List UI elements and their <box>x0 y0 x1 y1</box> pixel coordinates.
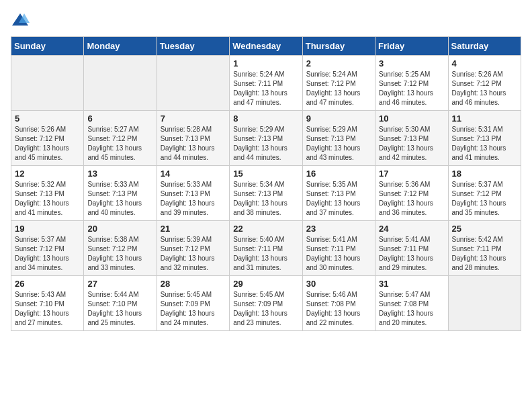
calendar-cell: 8Sunrise: 5:29 AM Sunset: 7:13 PM Daylig… <box>230 111 302 166</box>
day-number: 6 <box>87 113 152 124</box>
day-info: Sunrise: 5:36 AM Sunset: 7:12 PM Dayligh… <box>379 180 444 218</box>
calendar-cell <box>11 56 84 111</box>
calendar-week-3: 12Sunrise: 5:32 AM Sunset: 7:13 PM Dayli… <box>11 166 521 221</box>
day-number: 11 <box>452 113 517 124</box>
weekday-header-monday: Monday <box>84 37 157 56</box>
calendar-cell: 1Sunrise: 5:24 AM Sunset: 7:11 PM Daylig… <box>230 56 302 111</box>
day-number: 12 <box>15 169 80 179</box>
day-info: Sunrise: 5:26 AM Sunset: 7:12 PM Dayligh… <box>15 125 80 163</box>
day-info: Sunrise: 5:26 AM Sunset: 7:12 PM Dayligh… <box>452 70 517 107</box>
day-info: Sunrise: 5:29 AM Sunset: 7:13 PM Dayligh… <box>233 125 298 163</box>
day-number: 1 <box>233 58 298 68</box>
day-info: Sunrise: 5:46 AM Sunset: 7:08 PM Dayligh… <box>306 290 371 328</box>
day-info: Sunrise: 5:38 AM Sunset: 7:12 PM Dayligh… <box>87 235 152 273</box>
calendar-cell: 14Sunrise: 5:33 AM Sunset: 7:13 PM Dayli… <box>157 166 229 221</box>
logo-icon <box>11 11 30 30</box>
calendar-cell: 7Sunrise: 5:28 AM Sunset: 7:13 PM Daylig… <box>157 111 229 166</box>
calendar-cell: 10Sunrise: 5:30 AM Sunset: 7:13 PM Dayli… <box>375 111 448 166</box>
day-info: Sunrise: 5:43 AM Sunset: 7:10 PM Dayligh… <box>15 290 80 328</box>
day-number: 20 <box>87 224 152 234</box>
weekday-header-tuesday: Tuesday <box>157 37 229 56</box>
day-info: Sunrise: 5:30 AM Sunset: 7:13 PM Dayligh… <box>379 125 444 163</box>
day-number: 2 <box>306 58 371 68</box>
calendar-cell: 28Sunrise: 5:45 AM Sunset: 7:09 PM Dayli… <box>157 276 229 331</box>
day-number: 21 <box>161 224 226 234</box>
calendar-cell: 31Sunrise: 5:47 AM Sunset: 7:08 PM Dayli… <box>375 276 448 331</box>
calendar-cell: 26Sunrise: 5:43 AM Sunset: 7:10 PM Dayli… <box>11 276 84 331</box>
day-info: Sunrise: 5:47 AM Sunset: 7:08 PM Dayligh… <box>379 290 444 328</box>
day-number: 13 <box>87 169 152 179</box>
calendar-cell: 22Sunrise: 5:40 AM Sunset: 7:11 PM Dayli… <box>230 221 302 276</box>
calendar-cell <box>448 276 521 331</box>
calendar-cell: 3Sunrise: 5:25 AM Sunset: 7:12 PM Daylig… <box>375 56 448 111</box>
calendar-cell: 2Sunrise: 5:24 AM Sunset: 7:12 PM Daylig… <box>302 56 375 111</box>
calendar-cell: 13Sunrise: 5:33 AM Sunset: 7:13 PM Dayli… <box>84 166 157 221</box>
day-info: Sunrise: 5:35 AM Sunset: 7:13 PM Dayligh… <box>306 180 371 218</box>
day-number: 15 <box>233 169 298 179</box>
day-number: 25 <box>452 224 517 234</box>
day-number: 26 <box>15 279 80 289</box>
day-number: 5 <box>15 113 80 124</box>
calendar-cell: 24Sunrise: 5:41 AM Sunset: 7:11 PM Dayli… <box>375 221 448 276</box>
day-info: Sunrise: 5:32 AM Sunset: 7:13 PM Dayligh… <box>15 180 80 218</box>
day-number: 29 <box>233 279 298 289</box>
day-info: Sunrise: 5:45 AM Sunset: 7:09 PM Dayligh… <box>161 290 226 328</box>
calendar-cell: 20Sunrise: 5:38 AM Sunset: 7:12 PM Dayli… <box>84 221 157 276</box>
day-number: 22 <box>233 224 298 234</box>
day-info: Sunrise: 5:39 AM Sunset: 7:12 PM Dayligh… <box>161 235 226 273</box>
calendar-cell: 29Sunrise: 5:45 AM Sunset: 7:09 PM Dayli… <box>230 276 302 331</box>
day-number: 18 <box>452 169 517 179</box>
calendar-cell: 23Sunrise: 5:41 AM Sunset: 7:11 PM Dayli… <box>302 221 375 276</box>
weekday-header-friday: Friday <box>375 37 448 56</box>
weekday-header-sunday: Sunday <box>11 37 84 56</box>
weekday-header-saturday: Saturday <box>448 37 521 56</box>
day-info: Sunrise: 5:34 AM Sunset: 7:13 PM Dayligh… <box>233 180 298 218</box>
calendar-cell: 21Sunrise: 5:39 AM Sunset: 7:12 PM Dayli… <box>157 221 229 276</box>
day-number: 31 <box>379 279 444 289</box>
weekday-header-thursday: Thursday <box>302 37 375 56</box>
day-number: 3 <box>379 58 444 68</box>
day-number: 10 <box>379 113 444 124</box>
day-number: 9 <box>306 113 371 124</box>
day-number: 28 <box>161 279 226 289</box>
day-info: Sunrise: 5:27 AM Sunset: 7:12 PM Dayligh… <box>87 125 152 163</box>
day-number: 27 <box>87 279 152 289</box>
day-number: 30 <box>306 279 371 289</box>
calendar-cell: 17Sunrise: 5:36 AM Sunset: 7:12 PM Dayli… <box>375 166 448 221</box>
weekday-header-wednesday: Wednesday <box>230 37 302 56</box>
day-info: Sunrise: 5:37 AM Sunset: 7:12 PM Dayligh… <box>15 235 80 273</box>
calendar-cell: 18Sunrise: 5:37 AM Sunset: 7:12 PM Dayli… <box>448 166 521 221</box>
day-info: Sunrise: 5:28 AM Sunset: 7:13 PM Dayligh… <box>161 125 226 163</box>
day-info: Sunrise: 5:44 AM Sunset: 7:10 PM Dayligh… <box>87 290 152 328</box>
calendar-cell: 30Sunrise: 5:46 AM Sunset: 7:08 PM Dayli… <box>302 276 375 331</box>
day-info: Sunrise: 5:41 AM Sunset: 7:11 PM Dayligh… <box>379 235 444 273</box>
day-info: Sunrise: 5:42 AM Sunset: 7:11 PM Dayligh… <box>452 235 517 273</box>
calendar-cell: 15Sunrise: 5:34 AM Sunset: 7:13 PM Dayli… <box>230 166 302 221</box>
calendar-table: SundayMondayTuesdayWednesdayThursdayFrid… <box>11 36 521 331</box>
day-number: 24 <box>379 224 444 234</box>
calendar-cell: 4Sunrise: 5:26 AM Sunset: 7:12 PM Daylig… <box>448 56 521 111</box>
calendar-cell <box>84 56 157 111</box>
day-info: Sunrise: 5:31 AM Sunset: 7:13 PM Dayligh… <box>452 125 517 163</box>
calendar-cell: 16Sunrise: 5:35 AM Sunset: 7:13 PM Dayli… <box>302 166 375 221</box>
day-info: Sunrise: 5:40 AM Sunset: 7:11 PM Dayligh… <box>233 235 298 273</box>
logo <box>11 11 32 30</box>
day-info: Sunrise: 5:41 AM Sunset: 7:11 PM Dayligh… <box>306 235 371 273</box>
calendar-week-5: 26Sunrise: 5:43 AM Sunset: 7:10 PM Dayli… <box>11 276 521 331</box>
day-number: 23 <box>306 224 371 234</box>
day-info: Sunrise: 5:33 AM Sunset: 7:13 PM Dayligh… <box>87 180 152 218</box>
calendar-cell <box>157 56 229 111</box>
calendar-cell: 5Sunrise: 5:26 AM Sunset: 7:12 PM Daylig… <box>11 111 84 166</box>
day-number: 16 <box>306 169 371 179</box>
calendar-cell: 6Sunrise: 5:27 AM Sunset: 7:12 PM Daylig… <box>84 111 157 166</box>
day-number: 19 <box>15 224 80 234</box>
day-info: Sunrise: 5:24 AM Sunset: 7:11 PM Dayligh… <box>233 70 298 107</box>
calendar-cell: 9Sunrise: 5:29 AM Sunset: 7:13 PM Daylig… <box>302 111 375 166</box>
calendar-cell: 11Sunrise: 5:31 AM Sunset: 7:13 PM Dayli… <box>448 111 521 166</box>
weekday-header-row: SundayMondayTuesdayWednesdayThursdayFrid… <box>11 37 521 56</box>
day-info: Sunrise: 5:37 AM Sunset: 7:12 PM Dayligh… <box>452 180 517 218</box>
calendar-week-2: 5Sunrise: 5:26 AM Sunset: 7:12 PM Daylig… <box>11 111 521 166</box>
day-info: Sunrise: 5:29 AM Sunset: 7:13 PM Dayligh… <box>306 125 371 163</box>
day-info: Sunrise: 5:24 AM Sunset: 7:12 PM Dayligh… <box>306 70 371 107</box>
calendar-cell: 12Sunrise: 5:32 AM Sunset: 7:13 PM Dayli… <box>11 166 84 221</box>
